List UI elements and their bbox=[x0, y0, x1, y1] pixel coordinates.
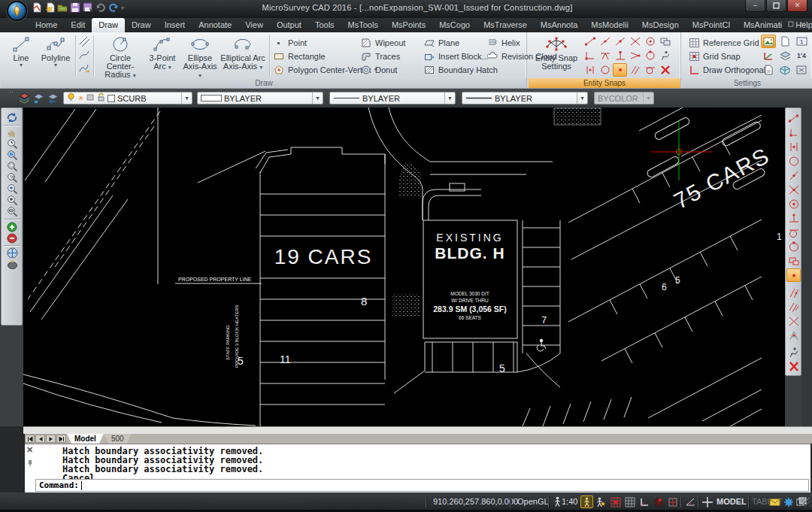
layer-lock-icon[interactable] bbox=[97, 92, 105, 104]
sheet-tab-model[interactable]: Model bbox=[67, 434, 104, 444]
grid-snap-toggle-icon[interactable] bbox=[609, 495, 622, 508]
layer-freeze-icon[interactable] bbox=[32, 92, 45, 108]
grid-display-toggle-icon[interactable] bbox=[623, 495, 636, 508]
traces-button[interactable]: Traces bbox=[361, 50, 400, 62]
snap-tangent-button[interactable] bbox=[786, 226, 801, 239]
helix-button[interactable]: Helix bbox=[487, 37, 520, 49]
snap-center-button[interactable] bbox=[786, 197, 801, 211]
aerial-view-icon[interactable] bbox=[4, 259, 20, 270]
tab-edit[interactable]: Edit bbox=[64, 18, 92, 32]
point-button[interactable]: Point bbox=[274, 37, 307, 49]
crosshair-toggle-icon[interactable] bbox=[701, 495, 714, 508]
coordinates-readout[interactable]: 910.260,257.860,0.000 bbox=[433, 497, 518, 506]
polar-toggle-icon[interactable] bbox=[652, 495, 665, 508]
zoom-center-icon[interactable] bbox=[4, 195, 20, 206]
zoom-in-icon[interactable] bbox=[4, 221, 20, 232]
zoom-extents-icon[interactable] bbox=[4, 206, 20, 217]
snap-tangent-icon[interactable] bbox=[643, 63, 657, 77]
snap-quadrant-icon[interactable] bbox=[643, 49, 657, 62]
units-icon[interactable]: 1'4 bbox=[794, 49, 809, 62]
command-pin-icon[interactable] bbox=[26, 456, 34, 471]
snap-point-icon[interactable] bbox=[613, 63, 627, 77]
zoom-all-icon[interactable] bbox=[4, 247, 20, 259]
toolbar-grip[interactable] bbox=[9, 91, 14, 94]
mdi-restore-icon[interactable] bbox=[788, 20, 794, 29]
render-settings-icon[interactable] bbox=[761, 35, 776, 48]
snap-quick-button[interactable] bbox=[786, 345, 801, 359]
entity-snap-settings-button[interactable]: Entity Snap Settings bbox=[533, 34, 580, 71]
snap-insertion-icon[interactable] bbox=[658, 35, 672, 48]
3d-settings-icon[interactable] bbox=[777, 63, 792, 77]
mail-icon[interactable] bbox=[768, 495, 781, 508]
next-sheet-icon[interactable] bbox=[46, 435, 56, 443]
snap-none-button[interactable] bbox=[786, 359, 801, 373]
snap-extension-icon[interactable] bbox=[628, 49, 642, 62]
spline-icon[interactable] bbox=[78, 49, 90, 64]
ellipse-button[interactable]: Ellipse Axis-Axis ▾ bbox=[180, 34, 220, 79]
tab-annotate[interactable]: Annotate bbox=[192, 18, 238, 32]
snap-insert-button[interactable] bbox=[786, 140, 801, 153]
donut-button[interactable]: Donut bbox=[361, 64, 397, 76]
color-combo[interactable]: BYLAYER ▾ bbox=[197, 92, 323, 105]
new-from-template-icon[interactable] bbox=[44, 2, 55, 13]
command-window[interactable]: ✕ Hatch boundary associativity removed. … bbox=[25, 444, 810, 492]
qat-customize-icon[interactable]: ▿ bbox=[121, 5, 124, 11]
resize-grip[interactable] bbox=[801, 498, 810, 507]
drawing-scale[interactable]: 1:40 bbox=[562, 497, 577, 506]
circle-button[interactable]: Circle Center-Radius ▾ bbox=[96, 34, 144, 79]
snap-intersection-icon[interactable] bbox=[628, 35, 642, 48]
zoom-dynamic-icon[interactable] bbox=[4, 161, 20, 172]
new-drawing-icon[interactable] bbox=[32, 2, 42, 13]
tab-view[interactable]: View bbox=[238, 18, 270, 32]
snap-parallel-icon[interactable] bbox=[628, 63, 642, 77]
esnap-toggle-icon[interactable] bbox=[666, 495, 679, 508]
snap-intersection-button[interactable] bbox=[786, 314, 801, 328]
snap-endpoint-button[interactable] bbox=[786, 111, 801, 125]
tab-msdesign[interactable]: MsDesign bbox=[635, 18, 686, 32]
tab-tools[interactable]: Tools bbox=[308, 18, 341, 32]
redo-icon[interactable] bbox=[108, 2, 119, 13]
snap-perpendicular-icon[interactable] bbox=[613, 49, 627, 62]
color-combo-arrow[interactable]: ▾ bbox=[312, 92, 323, 104]
linetype-combo[interactable]: BYLAYER ▾ bbox=[329, 92, 456, 105]
insert-block-button[interactable]: Insert Block... bbox=[424, 50, 489, 62]
mdi-close-icon[interactable]: ✕ bbox=[800, 20, 806, 29]
tab-insert[interactable]: Insert bbox=[158, 18, 192, 32]
angle-toggle-icon[interactable] bbox=[683, 495, 696, 508]
rectangle-button[interactable]: Rectangle bbox=[274, 50, 326, 62]
snap-nearest-button[interactable] bbox=[786, 168, 801, 182]
plane-button[interactable]: Plane bbox=[424, 37, 459, 49]
grid-snap-toggle[interactable]: Grid Snap bbox=[689, 50, 741, 62]
snap-midpoint-icon[interactable] bbox=[613, 35, 627, 48]
esnap-person-toggle-icon[interactable] bbox=[595, 495, 607, 508]
boundary-hatch-button[interactable]: Boundary Hatch bbox=[424, 64, 498, 76]
pan-icon[interactable] bbox=[4, 127, 20, 138]
reference-grid-toggle[interactable]: Reference Grid bbox=[689, 37, 759, 49]
first-sheet-icon[interactable] bbox=[25, 435, 35, 443]
model-space-toggle[interactable]: MODEL bbox=[717, 497, 747, 506]
snap-node-icon[interactable] bbox=[598, 63, 612, 77]
snap-midpoint-button[interactable] bbox=[786, 183, 801, 196]
tab-output[interactable]: Output bbox=[270, 18, 308, 32]
snap-insertion-button[interactable] bbox=[786, 254, 801, 268]
page-setup-icon[interactable] bbox=[777, 35, 792, 48]
snap-quadrant-button[interactable] bbox=[786, 240, 801, 253]
snap-endpoint-icon[interactable] bbox=[583, 35, 597, 48]
wipeout-button[interactable]: Wipeout bbox=[361, 37, 405, 49]
elliptical-arc-button[interactable]: Elliptical Arc Axis-Axis ▾ bbox=[220, 34, 266, 71]
command-close-icon[interactable]: ✕ bbox=[26, 445, 33, 455]
layer-on-icon[interactable] bbox=[67, 92, 75, 104]
snap-apparent-icon[interactable] bbox=[598, 49, 612, 62]
snap-walk-toggle-icon[interactable] bbox=[580, 495, 593, 508]
app-menu-button[interactable] bbox=[7, 1, 27, 21]
zoom-window-icon[interactable] bbox=[4, 150, 20, 161]
snap-perpendicular-button[interactable] bbox=[786, 211, 801, 225]
zoom-out-icon[interactable] bbox=[4, 232, 20, 244]
lineweight-combo[interactable]: BYLAYER ▾ bbox=[462, 92, 588, 105]
undo-icon[interactable] bbox=[95, 2, 106, 13]
offset-icon[interactable] bbox=[78, 35, 90, 50]
drawing-settings-icon[interactable] bbox=[761, 63, 776, 77]
tab-draw[interactable]: Draw bbox=[92, 18, 125, 32]
snap-node-button[interactable] bbox=[786, 154, 801, 168]
drawing-canvas[interactable]: 19 CARS 75 CARS EXISTING BLDG. H MODEL 3… bbox=[23, 108, 785, 426]
